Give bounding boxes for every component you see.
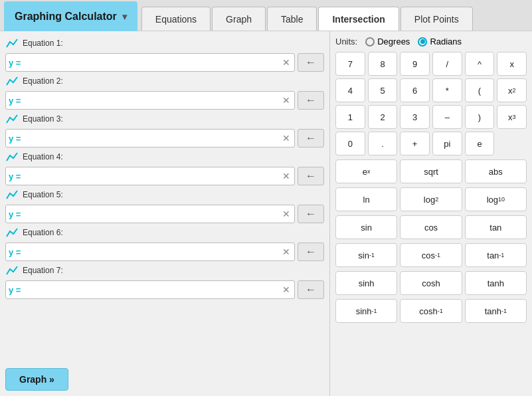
equation-5-clear[interactable]: ✕: [281, 209, 292, 219]
func-btn-acos[interactable]: cos-1: [400, 243, 462, 267]
equation-3-backspace[interactable]: ←: [298, 129, 324, 148]
calc-btn-x-squared[interactable]: x2: [497, 78, 527, 102]
equation-7-backspace[interactable]: ←: [298, 280, 324, 299]
equation-2-clear[interactable]: ✕: [281, 95, 292, 106]
graph-button[interactable]: Graph »: [5, 368, 68, 391]
calc-btn-minus[interactable]: –: [432, 105, 462, 129]
func-btn-asin[interactable]: sin-1: [335, 243, 397, 267]
calc-btn-6[interactable]: 6: [400, 78, 430, 102]
radians-radio[interactable]: [418, 37, 427, 47]
calc-btn-power[interactable]: ^: [465, 52, 495, 76]
equation-6-input-group: y = ✕: [5, 243, 295, 261]
calc-btn-dot[interactable]: .: [368, 132, 398, 155]
equation-1-y-label: y =: [9, 58, 21, 68]
equation-5-input[interactable]: [22, 209, 281, 219]
func-btn-asinh[interactable]: sinh-1: [335, 299, 397, 323]
equation-4-backspace[interactable]: ←: [298, 167, 324, 185]
func-btn-tan[interactable]: tan: [465, 215, 527, 239]
calc-btn-x[interactable]: x: [497, 52, 527, 76]
equation-1-clear[interactable]: ✕: [281, 57, 292, 68]
func-grid-4: sin-1 cos-1 tan-1: [335, 243, 527, 267]
equation-3-input[interactable]: [22, 134, 281, 144]
func-grid-1: ex sqrt abs: [335, 159, 527, 183]
equation-4-header: Equation 4:: [5, 150, 324, 163]
calc-btn-8[interactable]: 8: [368, 52, 398, 76]
func-btn-atan[interactable]: tan-1: [465, 243, 527, 267]
calc-btn-7[interactable]: 7: [335, 52, 365, 76]
equation-2-backspace[interactable]: ←: [298, 91, 324, 110]
calc-btn-4[interactable]: 4: [335, 78, 365, 102]
func-btn-sin[interactable]: sin: [335, 215, 397, 239]
app-title[interactable]: Graphing Calculator ▾: [4, 1, 137, 32]
tab-intersection[interactable]: Intersection: [318, 7, 399, 31]
equation-5-label: Equation 5:: [23, 190, 63, 199]
func-btn-atanh[interactable]: tanh-1: [465, 299, 527, 323]
equation-5-input-group: y = ✕: [5, 205, 295, 223]
equation-1-backspace[interactable]: ←: [298, 53, 324, 72]
calc-btn-9[interactable]: 9: [400, 52, 430, 76]
equation-3-label: Equation 3:: [23, 114, 63, 124]
calc-btn-2[interactable]: 2: [368, 105, 398, 129]
func-btn-abs[interactable]: abs: [465, 159, 527, 183]
equation-4-y-label: y =: [9, 171, 21, 181]
func-btn-acosh[interactable]: cosh-1: [400, 299, 462, 323]
equation-7-input[interactable]: [22, 285, 281, 295]
calc-btn-divide[interactable]: /: [432, 52, 462, 76]
app-title-arrow: ▾: [122, 11, 127, 22]
tab-plot-points[interactable]: Plot Points: [400, 7, 473, 31]
calc-btn-open-paren[interactable]: (: [465, 78, 495, 102]
equation-6-backspace[interactable]: ←: [298, 243, 324, 261]
tab-table[interactable]: Table: [267, 7, 317, 31]
equation-1-header: Equation 1:: [5, 37, 324, 50]
equation-5-backspace[interactable]: ←: [298, 205, 324, 223]
tab-equations[interactable]: Equations: [141, 7, 211, 31]
equation-6-input[interactable]: [22, 247, 281, 257]
calc-btn-multiply[interactable]: *: [432, 78, 462, 102]
degrees-radio[interactable]: [365, 37, 375, 47]
equation-4-icon: [5, 150, 19, 163]
equation-4-clear[interactable]: ✕: [281, 171, 292, 181]
degrees-option[interactable]: Degrees: [365, 37, 410, 47]
calc-btn-1[interactable]: 1: [335, 105, 365, 129]
equation-7-label: Equation 7:: [23, 266, 63, 275]
equation-7-icon: [5, 264, 19, 277]
calc-btn-e[interactable]: e: [465, 132, 495, 155]
equation-3-y-label: y =: [9, 134, 21, 144]
func-btn-cosh[interactable]: cosh: [400, 271, 462, 295]
radians-label: Radians: [430, 37, 462, 47]
equation-4-input-group: y = ✕: [5, 167, 295, 185]
func-btn-ln[interactable]: ln: [335, 187, 397, 211]
calc-btn-3[interactable]: 3: [400, 105, 430, 129]
equation-3-clear[interactable]: ✕: [281, 133, 292, 144]
equation-7-input-group: y = ✕: [5, 280, 295, 299]
equation-1-label: Equation 1:: [23, 39, 63, 48]
equation-7-clear[interactable]: ✕: [281, 284, 292, 295]
calc-btn-close-paren[interactable]: ): [465, 105, 495, 129]
func-btn-cos[interactable]: cos: [400, 215, 462, 239]
calc-btn-plus[interactable]: +: [400, 132, 430, 155]
equation-2-row: y = ✕ ←: [5, 91, 324, 110]
func-btn-tanh[interactable]: tanh: [465, 271, 527, 295]
radians-option[interactable]: Radians: [418, 37, 462, 47]
calc-btn-5[interactable]: 5: [368, 78, 398, 102]
equation-2-icon: [5, 74, 19, 88]
calc-btn-0[interactable]: 0: [335, 132, 365, 155]
tab-graph[interactable]: Graph: [212, 7, 266, 31]
calc-btn-x-cubed[interactable]: x3: [497, 105, 527, 129]
equation-4-input[interactable]: [22, 171, 281, 181]
equation-5-row: y = ✕ ←: [5, 205, 324, 223]
func-btn-sqrt[interactable]: sqrt: [400, 159, 462, 183]
degrees-label: Degrees: [377, 37, 410, 47]
func-btn-ex[interactable]: ex: [335, 159, 397, 183]
units-row: Units: Degrees Radians: [335, 37, 527, 47]
func-btn-log10[interactable]: log10: [465, 187, 527, 211]
equation-6-clear[interactable]: ✕: [281, 247, 292, 257]
equation-6-y-label: y =: [9, 247, 21, 257]
equation-2-input[interactable]: [22, 96, 281, 106]
func-btn-log2[interactable]: log2: [400, 187, 462, 211]
calc-btn-pi[interactable]: pi: [432, 132, 462, 155]
func-btn-sinh[interactable]: sinh: [335, 271, 397, 295]
equation-7-row: y = ✕ ←: [5, 280, 324, 299]
equation-1-input[interactable]: [22, 58, 281, 68]
equation-1-input-group: y = ✕: [5, 53, 295, 72]
